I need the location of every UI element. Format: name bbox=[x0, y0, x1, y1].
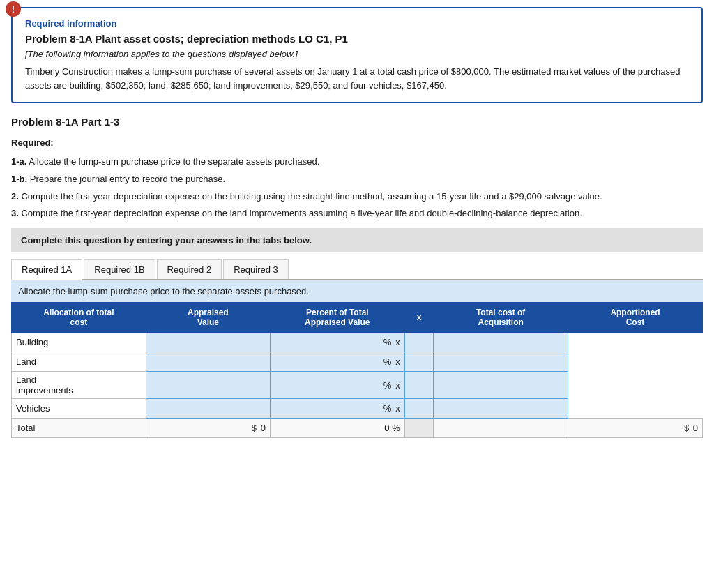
total-apportioned-cell: $ 0 bbox=[568, 419, 703, 438]
header-percent: Percent of TotalAppraised Value bbox=[270, 303, 404, 333]
landimprove-total-cost-input[interactable] bbox=[409, 381, 430, 391]
landimprove-appraised-cell[interactable] bbox=[146, 372, 270, 399]
land-appraised-cell[interactable] bbox=[146, 352, 270, 372]
header-appraised: AppraisedValue bbox=[146, 303, 270, 333]
land-appraised-input[interactable] bbox=[151, 357, 266, 367]
alert-icon: ! bbox=[6, 1, 21, 17]
allocation-table: Allocation of totalcost AppraisedValue P… bbox=[11, 302, 703, 438]
vehicles-percent-input[interactable] bbox=[275, 404, 382, 414]
total-percent-value: 0 bbox=[384, 423, 389, 433]
instruction-bar: Complete this question by entering your … bbox=[11, 228, 703, 252]
asset-building: Building bbox=[12, 333, 146, 352]
percent-sign-land: % bbox=[383, 356, 392, 367]
building-percent-input[interactable] bbox=[275, 338, 382, 347]
building-percent-cell[interactable]: % x bbox=[270, 333, 404, 352]
header-allocation: Allocation of totalcost bbox=[12, 303, 146, 333]
tab-required-3[interactable]: Required 3 bbox=[223, 259, 289, 279]
landimprove-appraised-input[interactable] bbox=[151, 381, 266, 391]
problem-subtitle: [The following information applies to th… bbox=[25, 49, 689, 59]
vehicles-total-cost-input[interactable] bbox=[409, 404, 430, 414]
vehicles-apportioned-input[interactable] bbox=[438, 404, 563, 414]
tab-required-1a[interactable]: Required 1A bbox=[11, 259, 82, 280]
total-cost-cell bbox=[434, 419, 568, 438]
landimprove-percent-input[interactable] bbox=[275, 380, 382, 390]
building-apportioned-input[interactable] bbox=[438, 338, 563, 347]
asset-land-improvements: Landimprovements bbox=[12, 372, 146, 399]
problem-body: Timberly Construction makes a lump-sum p… bbox=[25, 65, 689, 92]
table-row: Landimprovements % x bbox=[12, 372, 703, 399]
land-percent-input[interactable] bbox=[275, 357, 382, 367]
total-apportioned-value: 0 bbox=[693, 423, 698, 433]
required-information-label: Required information bbox=[25, 18, 689, 29]
instruction-2: 2. Compute the first-year depreciation e… bbox=[11, 190, 703, 204]
instruction-1b: 1-b. Prepare the journal entry to record… bbox=[11, 172, 703, 187]
percent-sign: % bbox=[383, 337, 392, 347]
asset-land: Land bbox=[12, 352, 146, 372]
vehicles-appraised-input[interactable] bbox=[151, 404, 266, 414]
total-appraised-value: 0 bbox=[261, 423, 266, 433]
header-apportioned: ApportionedCost bbox=[568, 303, 703, 333]
problem-title: Problem 8-1A Plant asset costs; deprecia… bbox=[25, 33, 689, 45]
instruction-3: 3. Compute the first-year depreciation e… bbox=[11, 206, 703, 221]
tab-required-2[interactable]: Required 2 bbox=[157, 259, 222, 279]
x-sign-landimprove: x bbox=[393, 380, 400, 391]
percent-sign-landimprove: % bbox=[383, 380, 392, 391]
building-total-cost-input[interactable] bbox=[409, 338, 430, 347]
total-percent-cell: 0 % bbox=[270, 419, 404, 438]
x-sign-building: x bbox=[393, 337, 400, 347]
info-box: ! Required information Problem 8-1A Plan… bbox=[11, 7, 703, 103]
building-apportioned-cell[interactable] bbox=[434, 333, 568, 352]
table-row: Vehicles % x bbox=[12, 399, 703, 419]
landimprove-apportioned-input[interactable] bbox=[438, 381, 563, 391]
vehicles-apportioned-cell[interactable] bbox=[434, 399, 568, 419]
total-label: Total bbox=[12, 419, 146, 438]
landimprove-total-cost-cell[interactable] bbox=[404, 372, 434, 399]
vehicles-appraised-cell[interactable] bbox=[146, 399, 270, 419]
table-row: Land % x bbox=[12, 352, 703, 372]
instructions: 1-a. Allocate the lump-sum purchase pric… bbox=[11, 155, 703, 221]
dollar-sign-apportioned: $ bbox=[684, 423, 690, 433]
x-sign-land: x bbox=[393, 356, 400, 367]
vehicles-total-cost-cell[interactable] bbox=[404, 399, 434, 419]
tabs-container: Required 1A Required 1B Required 2 Requi… bbox=[11, 259, 703, 280]
landimprove-percent-cell[interactable]: % x bbox=[270, 372, 404, 399]
tab-required-1b[interactable]: Required 1B bbox=[84, 259, 155, 279]
dollar-sign-appraised: $ bbox=[252, 423, 258, 433]
total-appraised-cell: $ 0 bbox=[146, 419, 270, 438]
header-x: x bbox=[404, 303, 434, 333]
building-appraised-cell[interactable] bbox=[146, 333, 270, 352]
asset-vehicles: Vehicles bbox=[12, 399, 146, 419]
total-x-cell bbox=[404, 419, 434, 438]
x-sign-vehicles: x bbox=[393, 403, 400, 414]
land-total-cost-cell[interactable] bbox=[404, 352, 434, 372]
landimprove-apportioned-cell[interactable] bbox=[434, 372, 568, 399]
instruction-1a: 1-a. Allocate the lump-sum purchase pric… bbox=[11, 155, 703, 169]
building-appraised-input[interactable] bbox=[151, 338, 266, 347]
sub-instruction: Allocate the lump-sum purchase price to … bbox=[11, 280, 703, 302]
table-row: Building % x bbox=[12, 333, 703, 352]
total-percent-sign: % bbox=[392, 423, 400, 433]
land-apportioned-cell[interactable] bbox=[434, 352, 568, 372]
land-percent-cell[interactable]: % x bbox=[270, 352, 404, 372]
land-apportioned-input[interactable] bbox=[438, 357, 563, 367]
total-row: Total $ 0 0 % $ 0 bbox=[12, 419, 703, 438]
required-label: Required: bbox=[11, 137, 703, 148]
land-total-cost-input[interactable] bbox=[409, 357, 430, 367]
building-total-cost-cell[interactable] bbox=[404, 333, 434, 352]
percent-sign-vehicles: % bbox=[383, 403, 392, 414]
vehicles-percent-cell[interactable]: % x bbox=[270, 399, 404, 419]
header-total-cost: Total cost ofAcquisition bbox=[434, 303, 568, 333]
section-title: Problem 8-1A Part 1-3 bbox=[11, 116, 703, 128]
